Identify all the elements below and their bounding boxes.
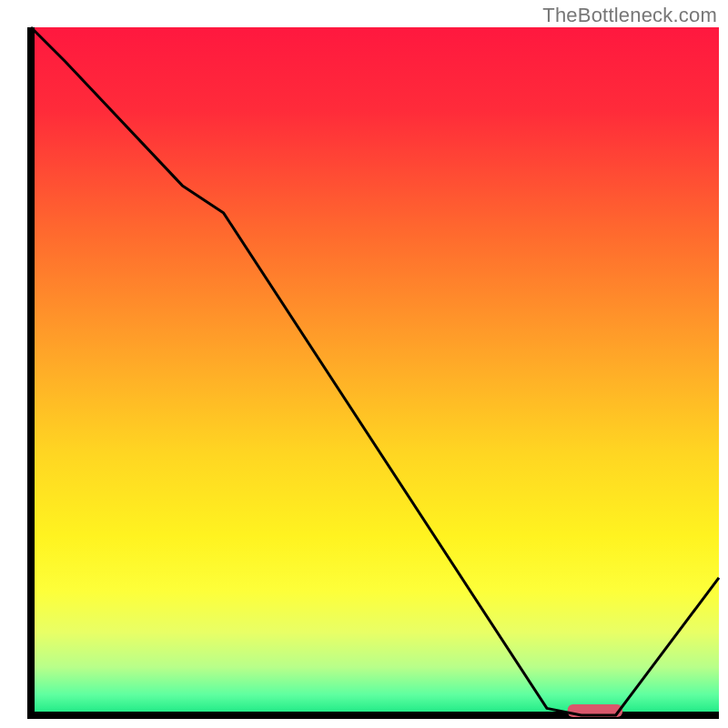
watermark-text: TheBottleneck.com [542,4,717,27]
chart-svg [0,0,728,728]
bottleneck-chart: TheBottleneck.com [0,0,728,728]
gradient-background [31,27,719,715]
